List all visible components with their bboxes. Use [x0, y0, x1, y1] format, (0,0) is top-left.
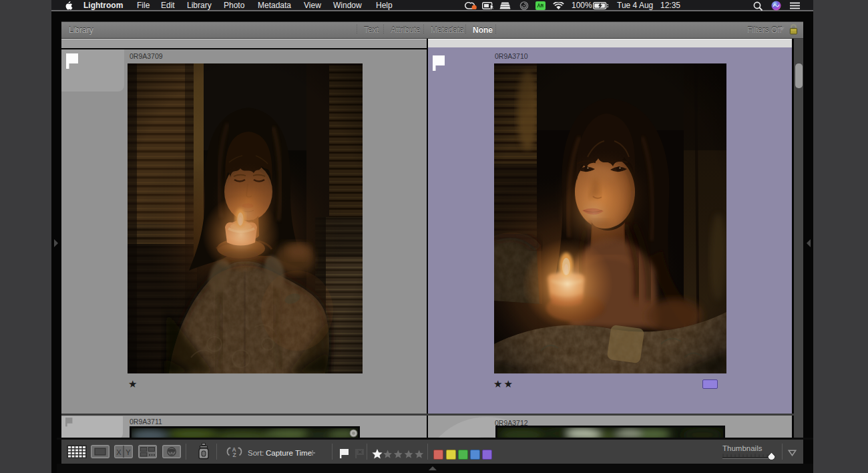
svg-text:Y: Y	[126, 448, 131, 456]
svg-text:X: X	[116, 448, 122, 456]
svg-text:Z: Z	[233, 452, 236, 458]
